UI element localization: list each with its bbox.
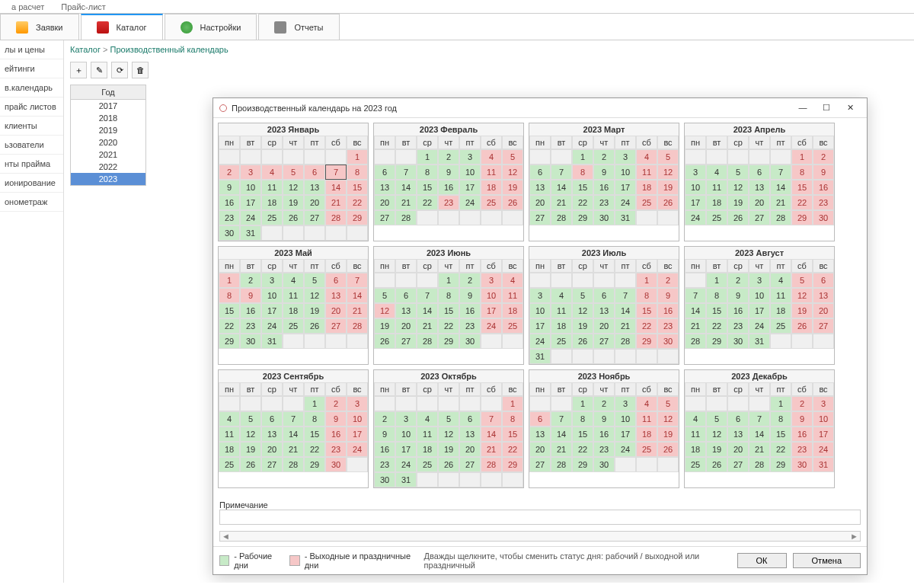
day-cell[interactable]: 26 bbox=[304, 318, 325, 334]
day-cell[interactable]: 17 bbox=[240, 195, 261, 210]
day-cell[interactable]: 15 bbox=[347, 180, 368, 195]
day-cell[interactable]: 18 bbox=[636, 427, 657, 442]
day-cell[interactable]: 8 bbox=[438, 288, 459, 303]
day-cell[interactable]: 13 bbox=[529, 427, 551, 442]
day-cell[interactable]: 11 bbox=[417, 427, 438, 442]
day-cell[interactable]: 14 bbox=[395, 180, 417, 195]
day-cell[interactable]: 5 bbox=[791, 273, 813, 288]
day-cell[interactable]: 22 bbox=[219, 318, 240, 334]
day-cell[interactable]: 7 bbox=[551, 411, 572, 427]
day-cell[interactable]: 4 bbox=[636, 149, 657, 165]
sidebar-item[interactable]: ейтинги bbox=[0, 59, 63, 78]
day-cell[interactable]: 28 bbox=[615, 334, 636, 349]
day-cell[interactable]: 12 bbox=[727, 180, 749, 195]
day-cell[interactable]: 22 bbox=[417, 195, 438, 210]
day-cell[interactable]: 14 bbox=[283, 427, 304, 442]
day-cell[interactable]: 23 bbox=[240, 318, 261, 334]
day-cell[interactable]: 11 bbox=[551, 303, 572, 318]
day-cell[interactable]: 18 bbox=[261, 195, 283, 210]
day-cell[interactable]: 2 bbox=[791, 396, 813, 411]
day-cell[interactable]: 4 bbox=[481, 149, 502, 165]
day-cell[interactable]: 26 bbox=[791, 318, 813, 334]
day-cell[interactable]: 24 bbox=[459, 195, 481, 210]
day-cell[interactable]: 26 bbox=[706, 457, 727, 472]
day-cell[interactable]: 1 bbox=[770, 396, 791, 411]
day-cell[interactable]: 16 bbox=[219, 195, 240, 210]
day-cell[interactable]: 10 bbox=[481, 288, 502, 303]
day-cell[interactable]: 14 bbox=[481, 427, 502, 442]
year-row[interactable]: 2021 bbox=[71, 149, 145, 161]
day-cell[interactable]: 20 bbox=[325, 303, 347, 318]
day-cell[interactable]: 8 bbox=[636, 288, 657, 303]
day-cell[interactable]: 23 bbox=[593, 195, 615, 210]
day-cell[interactable]: 10 bbox=[615, 165, 636, 180]
year-row[interactable]: 2023 bbox=[71, 173, 145, 185]
day-cell[interactable]: 16 bbox=[593, 427, 615, 442]
day-cell[interactable]: 25 bbox=[481, 195, 502, 210]
cancel-button[interactable]: Отмена bbox=[793, 553, 861, 568]
day-cell[interactable]: 19 bbox=[572, 318, 593, 334]
day-cell[interactable]: 20 bbox=[529, 442, 551, 457]
day-cell[interactable]: 27 bbox=[304, 210, 325, 225]
day-cell[interactable]: 31 bbox=[749, 334, 770, 349]
day-cell[interactable]: 3 bbox=[395, 411, 417, 427]
note-input[interactable] bbox=[219, 510, 861, 525]
day-cell[interactable]: 11 bbox=[685, 427, 706, 442]
day-cell[interactable]: 1 bbox=[572, 149, 593, 165]
day-cell[interactable]: 28 bbox=[551, 457, 572, 472]
sidebar-item[interactable]: ионирование bbox=[0, 174, 63, 193]
day-cell[interactable]: 4 bbox=[502, 273, 523, 288]
day-cell[interactable]: 29 bbox=[572, 210, 593, 225]
day-cell[interactable]: 3 bbox=[347, 396, 368, 411]
day-cell[interactable]: 19 bbox=[502, 180, 523, 195]
day-cell[interactable]: 26 bbox=[657, 195, 679, 210]
day-cell[interactable]: 1 bbox=[502, 396, 523, 411]
day-cell[interactable]: 10 bbox=[749, 288, 770, 303]
day-cell[interactable]: 4 bbox=[706, 165, 727, 180]
day-cell[interactable]: 29 bbox=[770, 457, 791, 472]
day-cell[interactable]: 28 bbox=[417, 334, 438, 349]
year-row[interactable]: 2020 bbox=[71, 136, 145, 149]
day-cell[interactable]: 21 bbox=[551, 195, 572, 210]
day-cell[interactable]: 2 bbox=[240, 273, 261, 288]
day-cell[interactable]: 17 bbox=[529, 318, 551, 334]
day-cell[interactable]: 11 bbox=[261, 180, 283, 195]
day-cell[interactable]: 22 bbox=[438, 318, 459, 334]
day-cell[interactable]: 30 bbox=[593, 457, 615, 472]
day-cell[interactable]: 9 bbox=[813, 165, 834, 180]
year-row[interactable]: 2022 bbox=[71, 161, 145, 173]
day-cell[interactable]: 2 bbox=[593, 396, 615, 411]
day-cell[interactable]: 20 bbox=[749, 195, 770, 210]
day-cell[interactable]: 19 bbox=[283, 195, 304, 210]
day-cell[interactable]: 4 bbox=[219, 411, 240, 427]
day-cell[interactable]: 1 bbox=[706, 273, 727, 288]
day-cell[interactable]: 14 bbox=[417, 303, 438, 318]
day-cell[interactable]: 18 bbox=[636, 180, 657, 195]
day-cell[interactable]: 14 bbox=[685, 303, 706, 318]
day-cell[interactable]: 7 bbox=[551, 165, 572, 180]
day-cell[interactable]: 25 bbox=[502, 318, 523, 334]
refresh-button[interactable]: ⟳ bbox=[111, 62, 128, 78]
breadcrumb-root[interactable]: Каталог bbox=[70, 45, 110, 54]
day-cell[interactable]: 3 bbox=[459, 149, 481, 165]
day-cell[interactable]: 8 bbox=[706, 288, 727, 303]
day-cell[interactable]: 11 bbox=[481, 165, 502, 180]
day-cell[interactable]: 26 bbox=[502, 195, 523, 210]
day-cell[interactable]: 27 bbox=[749, 210, 770, 225]
year-row[interactable]: 2017 bbox=[71, 100, 145, 112]
day-cell[interactable]: 30 bbox=[593, 210, 615, 225]
day-cell[interactable]: 18 bbox=[502, 303, 523, 318]
day-cell[interactable]: 14 bbox=[347, 288, 368, 303]
sidebar-item[interactable]: прайс листов bbox=[0, 97, 63, 117]
day-cell[interactable]: 9 bbox=[240, 288, 261, 303]
day-cell[interactable]: 14 bbox=[615, 303, 636, 318]
day-cell[interactable]: 23 bbox=[219, 210, 240, 225]
day-cell[interactable]: 20 bbox=[593, 318, 615, 334]
day-cell[interactable]: 27 bbox=[529, 457, 551, 472]
day-cell[interactable]: 17 bbox=[459, 180, 481, 195]
day-cell[interactable]: 16 bbox=[438, 180, 459, 195]
day-cell[interactable]: 10 bbox=[813, 411, 834, 427]
day-cell[interactable]: 21 bbox=[417, 318, 438, 334]
day-cell[interactable]: 30 bbox=[727, 334, 749, 349]
day-cell[interactable]: 20 bbox=[261, 442, 283, 457]
